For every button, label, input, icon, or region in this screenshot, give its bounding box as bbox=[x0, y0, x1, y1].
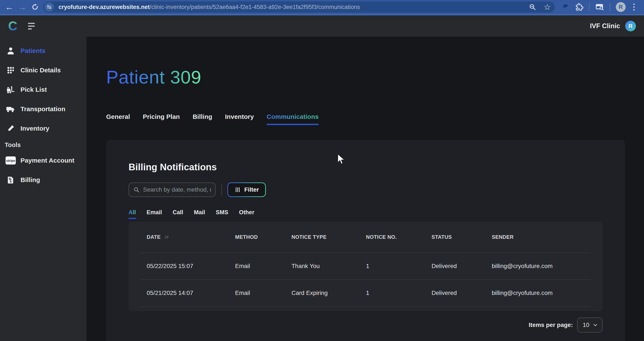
browser-reload-button[interactable] bbox=[28, 1, 42, 13]
chip-email[interactable]: Email bbox=[147, 209, 162, 219]
truck-icon bbox=[6, 104, 16, 114]
browser-profile-avatar[interactable]: R bbox=[616, 2, 626, 12]
sidebar-item-label: Clinic Details bbox=[20, 67, 61, 74]
invoice-icon: $ bbox=[6, 176, 16, 184]
filter-button[interactable]: Filter bbox=[228, 182, 266, 197]
sidebar-item-billing[interactable]: $ Billing bbox=[0, 173, 86, 186]
page-title: Patient 309 bbox=[106, 67, 201, 88]
tab-pricing-plan[interactable]: Pricing Plan bbox=[143, 113, 180, 125]
sort-icon[interactable] bbox=[164, 234, 170, 240]
flag-extension-icon[interactable] bbox=[561, 3, 569, 11]
sidebar-item-label: Transportation bbox=[20, 105, 65, 113]
table-row[interactable]: 05/22/2025 15:07 Email Thank You 1 Deliv… bbox=[140, 253, 591, 279]
table-toolbar: Filter bbox=[128, 182, 602, 197]
tab-inventory[interactable]: Inventory bbox=[225, 113, 254, 125]
column-method: METHOD bbox=[235, 234, 292, 240]
column-notice-no: NOTICE NO. bbox=[366, 234, 432, 240]
billing-notifications-card: Billing Notifications bbox=[106, 140, 625, 341]
items-per-page-label: Items per page: bbox=[529, 322, 573, 329]
cell-sender: billing@cryofuture.com bbox=[492, 263, 591, 270]
main-content: Patient 309 General Pricing Plan Billing… bbox=[86, 37, 644, 341]
sidebar-section-tools: Tools bbox=[5, 141, 86, 149]
sidebar-item-inventory[interactable]: Inventory bbox=[0, 122, 86, 135]
method-filter-chips: All Email Call Mail SMS Other bbox=[128, 209, 602, 219]
person-icon bbox=[6, 46, 16, 55]
cell-notice-type: Thank You bbox=[292, 263, 366, 270]
vial-icon bbox=[6, 124, 16, 133]
row-divider bbox=[140, 306, 591, 307]
tune-icon bbox=[46, 4, 52, 10]
grid-icon bbox=[6, 66, 16, 74]
sidebar-item-label: Payment Account bbox=[20, 157, 74, 164]
app-logo[interactable]: C bbox=[8, 20, 17, 32]
sidebar-item-pick-list[interactable]: Pick List bbox=[0, 83, 86, 96]
search-input[interactable] bbox=[143, 186, 211, 193]
cell-sender: billing@cryofuture.com bbox=[492, 290, 591, 296]
reload-icon bbox=[31, 3, 39, 11]
sidebar-item-payment-account[interactable]: stripe Payment Account bbox=[0, 154, 86, 167]
column-sender: SENDER bbox=[492, 234, 591, 240]
column-status: STATUS bbox=[432, 234, 492, 240]
sidebar-item-transportation[interactable]: Transportation bbox=[0, 103, 86, 115]
browser-menu-button[interactable] bbox=[631, 3, 637, 11]
sidebar-item-clinic-details[interactable]: Clinic Details bbox=[0, 64, 86, 77]
table-header-row: DATE METHOD NOTICE TYPE NOTICE NO. STATU… bbox=[140, 222, 591, 253]
url-domain: cryofuture-dev.azurewebsites.net bbox=[58, 4, 150, 10]
svg-text:$: $ bbox=[10, 179, 12, 183]
site-settings-button[interactable] bbox=[44, 2, 54, 12]
cell-notice-type: Card Expiring bbox=[292, 290, 366, 296]
sidebar-toggle-button[interactable] bbox=[28, 23, 35, 29]
sidebar-item-label: Inventory bbox=[20, 125, 49, 132]
url-path: /clinic-inventory/patients/52ae6aa4-f2e1… bbox=[150, 4, 360, 10]
column-date: DATE bbox=[147, 234, 160, 240]
column-notice-type: NOTICE TYPE bbox=[292, 234, 366, 240]
workspace-name: IVF Clinic bbox=[590, 22, 620, 30]
user-avatar[interactable]: R bbox=[625, 21, 636, 31]
side-search-icon[interactable] bbox=[595, 2, 604, 11]
cell-method: Email bbox=[235, 290, 292, 296]
stripe-icon: stripe bbox=[6, 156, 16, 165]
chrome-separator bbox=[589, 3, 590, 11]
cell-status: Delivered bbox=[432, 263, 492, 270]
chip-call[interactable]: Call bbox=[173, 209, 184, 219]
sidebar-item-label: Patients bbox=[20, 47, 46, 54]
cell-date: 05/21/2025 14:07 bbox=[147, 290, 235, 296]
search-icon bbox=[133, 187, 140, 193]
cell-status: Delivered bbox=[432, 290, 492, 296]
chrome-separator bbox=[610, 3, 610, 11]
zoom-out-icon[interactable] bbox=[529, 3, 536, 11]
browser-chrome: ← → cryofuture-dev.azurewebsites.net/cli… bbox=[0, 0, 644, 15]
items-per-page-value: 10 bbox=[583, 322, 589, 329]
cell-date: 05/22/2025 15:07 bbox=[147, 263, 235, 270]
chevron-down-icon bbox=[592, 322, 598, 328]
tab-billing[interactable]: Billing bbox=[192, 113, 212, 125]
sidebar-item-patients[interactable]: Patients bbox=[0, 44, 86, 57]
items-per-page-select[interactable]: 10 bbox=[577, 318, 602, 333]
chip-all[interactable]: All bbox=[128, 209, 136, 219]
url-text[interactable]: cryofuture-dev.azurewebsites.net/clinic-… bbox=[58, 4, 524, 10]
extensions-puzzle-icon[interactable] bbox=[575, 3, 583, 11]
cell-notice-no: 1 bbox=[366, 263, 432, 270]
browser-forward-button[interactable]: → bbox=[16, 1, 28, 13]
app-header: C IVF Clinic R bbox=[0, 15, 644, 37]
table-row[interactable]: 05/21/2025 14:07 Email Card Expiring 1 D… bbox=[140, 280, 591, 306]
bookmark-star-icon[interactable]: ☆ bbox=[544, 3, 551, 11]
notifications-table: DATE METHOD NOTICE TYPE NOTICE NO. STATU… bbox=[128, 222, 602, 311]
chip-sms[interactable]: SMS bbox=[216, 209, 228, 219]
sidebar-item-label: Billing bbox=[20, 176, 40, 184]
chip-other[interactable]: Other bbox=[239, 209, 254, 219]
chip-mail[interactable]: Mail bbox=[194, 209, 205, 219]
browser-back-button[interactable]: ← bbox=[3, 1, 16, 13]
search-box[interactable] bbox=[128, 182, 216, 197]
pagination: Items per page: 10 bbox=[128, 318, 602, 333]
cell-notice-no: 1 bbox=[366, 290, 432, 296]
filter-sliders-icon bbox=[234, 187, 241, 193]
tab-communications[interactable]: Communications bbox=[267, 113, 318, 125]
sidebar-item-label: Pick List bbox=[20, 86, 47, 93]
cell-method: Email bbox=[235, 263, 292, 270]
sidebar: Patients Clinic Details Pick List bbox=[0, 37, 86, 341]
tab-general[interactable]: General bbox=[106, 113, 130, 125]
forklift-icon bbox=[6, 85, 16, 94]
address-bar[interactable]: cryofuture-dev.azurewebsites.net/clinic-… bbox=[43, 1, 555, 12]
toolbar-divider bbox=[221, 184, 222, 195]
